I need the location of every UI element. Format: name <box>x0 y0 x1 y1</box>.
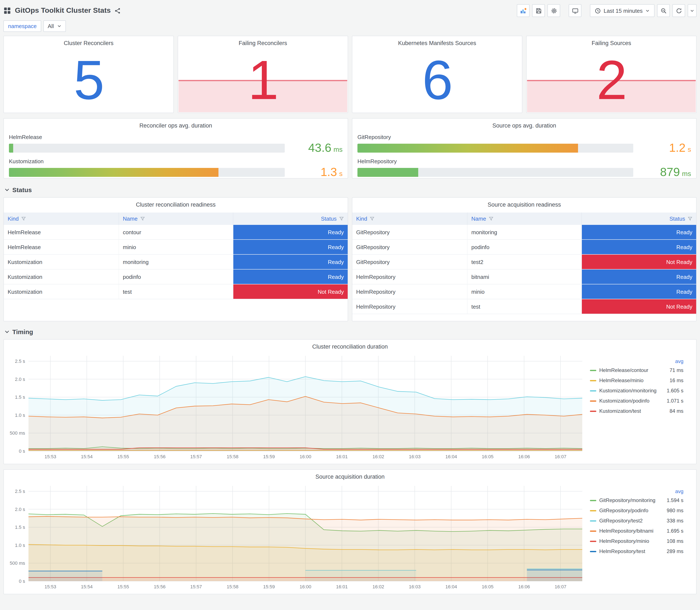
panel-title[interactable]: Source acquisition duration <box>6 470 694 481</box>
svg-text:15:54: 15:54 <box>81 454 93 459</box>
dashboard-settings-button[interactable] <box>548 4 560 17</box>
series-color-swatch <box>590 510 596 511</box>
gauge-track <box>9 143 285 152</box>
chevron-down-icon <box>645 8 650 13</box>
dashboard-grid-icon[interactable] <box>3 7 11 14</box>
table-row: HelmRelease minio Ready <box>4 240 348 255</box>
cell-kind: Kustomization <box>4 270 119 284</box>
section-header-timing[interactable]: Timing <box>3 324 697 339</box>
zoom-out-button[interactable] <box>657 4 670 17</box>
panel-source-ops-duration: Source ops avg. duration GitRepository 1… <box>352 118 697 178</box>
legend-avg-header[interactable]: avg <box>590 487 683 495</box>
gauge-track <box>357 143 633 152</box>
svg-text:15:55: 15:55 <box>117 584 129 589</box>
column-header-kind[interactable]: Kind <box>352 212 468 225</box>
gauge-track <box>357 168 633 177</box>
chart-legend: avg HelmRelease/contour 71 ms HelmReleas… <box>585 351 694 462</box>
legend-item[interactable]: GitRepository/podinfo 980 ms <box>590 505 683 516</box>
save-dashboard-button[interactable] <box>532 4 545 17</box>
legend-item[interactable]: HelmRepository/minio 108 ms <box>590 536 683 546</box>
panel-source-acquisition-duration: Source acquisition duration 0 s500 ms1.0… <box>3 469 697 594</box>
svg-text:16:04: 16:04 <box>445 584 457 589</box>
panel-title[interactable]: Cluster reconciliation duration <box>6 340 694 351</box>
section-header-status[interactable]: Status <box>3 182 697 197</box>
svg-text:15:54: 15:54 <box>81 584 93 589</box>
add-panel-button[interactable] <box>517 4 530 17</box>
chevron-down-icon <box>4 187 10 192</box>
gauge-row-gitrepository: GitRepository 1.2 s <box>357 134 691 154</box>
panel-title[interactable]: Cluster Reconcilers <box>4 36 174 47</box>
variable-value-dropdown[interactable]: All <box>43 20 66 32</box>
panel-title[interactable]: Source ops avg. duration <box>357 118 691 130</box>
stat-panel-manifests-sources: Kubernetes Manifests Sources 6 <box>352 36 522 113</box>
panel-reconciler-ops-duration: Reconciler ops avg. duration HelmRelease… <box>3 118 348 178</box>
panel-title[interactable]: Failing Sources <box>526 36 696 47</box>
series-color-swatch <box>590 390 596 391</box>
svg-text:15:56: 15:56 <box>154 454 165 459</box>
legend-item[interactable]: Kustomization/test 84 ms <box>590 406 683 416</box>
legend-item[interactable]: Kustomization/monitoring 1.605 s <box>590 386 683 396</box>
cell-name: podinfo <box>119 270 233 284</box>
panel-title[interactable]: Cluster reconciliation readiness <box>4 198 348 209</box>
panel-title[interactable]: Source acquisition readiness <box>352 198 696 209</box>
cell-name: test <box>119 284 233 299</box>
svg-text:0 s: 0 s <box>19 579 25 584</box>
series-color-swatch <box>590 400 596 401</box>
legend-avg-header[interactable]: avg <box>590 357 683 365</box>
status-cell: Ready <box>582 270 696 284</box>
column-header-kind[interactable]: Kind <box>4 212 119 225</box>
column-header-status[interactable]: Status <box>233 212 348 225</box>
svg-text:15:58: 15:58 <box>227 454 239 459</box>
table-row: GitRepository podinfo Ready <box>352 240 696 255</box>
column-header-name[interactable]: Name <box>119 212 233 225</box>
time-series-plot[interactable]: 0 s500 ms1.0 s1.5 s2.0 s2.5 s15:5315:541… <box>6 351 585 462</box>
time-range-picker[interactable]: Last 15 minutes <box>590 4 654 17</box>
svg-text:16:02: 16:02 <box>373 454 384 459</box>
time-series-plot[interactable]: 0 s500 ms1.0 s1.5 s2.0 s2.5 s15:5315:541… <box>6 481 585 592</box>
legend-item[interactable]: GitRepository/test2 338 ms <box>590 516 683 526</box>
series-color-swatch <box>590 520 596 521</box>
cycle-view-button[interactable] <box>569 4 582 17</box>
gauge-value: 43.6 ms <box>290 142 343 154</box>
svg-text:1.0 s: 1.0 s <box>15 543 25 548</box>
share-button[interactable] <box>115 7 121 14</box>
panel-title[interactable]: Failing Reconcilers <box>178 36 348 47</box>
gauge-label: Kustomization <box>9 158 343 164</box>
gauge-bar <box>9 168 218 177</box>
legend-item[interactable]: HelmRepository/bitnami 1.695 s <box>590 526 683 536</box>
cell-kind: Kustomization <box>4 255 119 269</box>
panel-title[interactable]: Reconciler ops avg. duration <box>9 118 343 130</box>
table-row: GitRepository test2 Not Ready <box>352 255 696 270</box>
zoom-out-icon <box>660 7 667 14</box>
gauge-bar <box>9 143 13 152</box>
svg-text:15:57: 15:57 <box>190 584 202 589</box>
filter-icon <box>21 216 26 221</box>
svg-text:16:07: 16:07 <box>555 584 566 589</box>
legend-item[interactable]: GitRepository/monitoring 1.594 s <box>590 495 683 505</box>
svg-text:2.0 s: 2.0 s <box>15 507 25 512</box>
legend-item[interactable]: HelmRelease/minio 16 ms <box>590 375 683 386</box>
legend-item[interactable]: HelmRepository/test 289 ms <box>590 546 683 557</box>
save-icon <box>535 7 542 14</box>
svg-text:1.5 s: 1.5 s <box>15 525 25 530</box>
variable-label[interactable]: namespace <box>3 20 41 32</box>
tables-row: Cluster reconciliation readiness Kind Na… <box>3 197 697 321</box>
filter-icon <box>140 216 145 221</box>
legend-item[interactable]: Kustomization/podinfo 1.071 s <box>590 396 683 406</box>
tv-monitor-icon <box>572 7 578 14</box>
stat-value: 5 <box>4 52 174 107</box>
legend-item[interactable]: HelmRelease/contour 71 ms <box>590 365 683 375</box>
refresh-interval-dropdown[interactable] <box>688 4 697 17</box>
panel-title[interactable]: Kubernetes Manifests Sources <box>352 36 522 47</box>
svg-text:16:03: 16:03 <box>409 584 421 589</box>
cell-name: podinfo <box>468 240 582 254</box>
column-header-name[interactable]: Name <box>468 212 582 225</box>
column-header-status[interactable]: Status <box>582 212 696 225</box>
svg-text:15:59: 15:59 <box>263 584 275 589</box>
refresh-button[interactable] <box>672 4 685 17</box>
table-row: HelmRepository minio Ready <box>352 284 696 299</box>
apps-grid-icon <box>3 7 11 14</box>
cell-name: monitoring <box>468 225 582 239</box>
panel-source-acquisition-readiness: Source acquisition readiness Kind Name S… <box>352 197 697 321</box>
filter-icon <box>339 216 344 221</box>
